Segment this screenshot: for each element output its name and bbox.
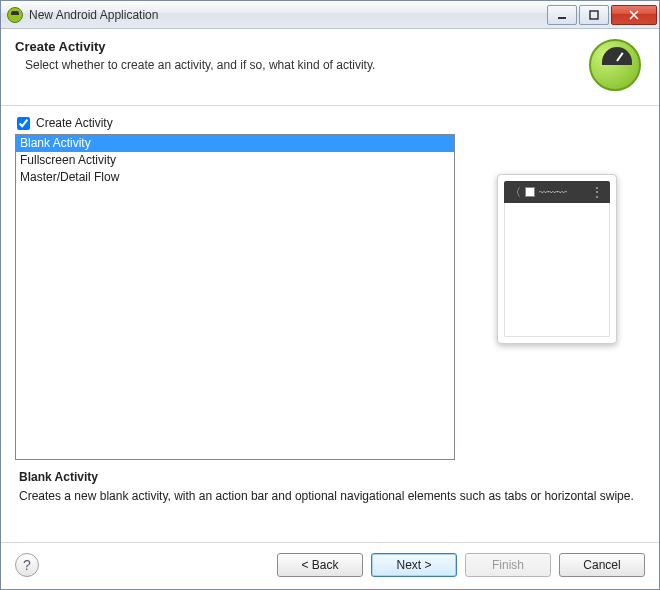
dialog-window: New Android Application Create Activity …: [0, 0, 660, 590]
button-bar: ? < Back Next > Finish Cancel: [1, 542, 659, 589]
preview-actionbar: 〈 〰〰〰 ⋮: [504, 181, 610, 203]
next-button[interactable]: Next >: [371, 553, 457, 577]
help-button[interactable]: ?: [15, 553, 39, 577]
app-icon: [7, 7, 23, 23]
back-icon: 〈: [510, 185, 521, 200]
cancel-button[interactable]: Cancel: [559, 553, 645, 577]
template-description: Blank Activity Creates a new blank activ…: [15, 460, 645, 508]
banner-description: Select whether to create an activity, an…: [15, 58, 581, 72]
list-item[interactable]: Master/Detail Flow: [16, 169, 454, 186]
banner-title: Create Activity: [15, 39, 581, 54]
create-activity-checkbox[interactable]: [17, 117, 30, 130]
window-title: New Android Application: [29, 8, 545, 22]
maximize-button[interactable]: [579, 5, 609, 25]
svg-rect-1: [590, 11, 598, 19]
list-item[interactable]: Fullscreen Activity: [16, 152, 454, 169]
back-button[interactable]: < Back: [277, 553, 363, 577]
svg-rect-0: [558, 17, 566, 19]
close-button[interactable]: [611, 5, 657, 25]
preview-column: 〈 〰〰〰 ⋮: [469, 134, 645, 460]
title-placeholder-icon: 〰〰〰: [539, 187, 587, 198]
create-activity-label: Create Activity: [36, 116, 113, 130]
create-activity-checkbox-row[interactable]: Create Activity: [15, 116, 645, 130]
template-preview: 〈 〰〰〰 ⋮: [497, 174, 617, 344]
titlebar[interactable]: New Android Application: [1, 1, 659, 29]
activity-template-list[interactable]: Blank Activity Fullscreen Activity Maste…: [15, 134, 455, 460]
finish-button[interactable]: Finish: [465, 553, 551, 577]
preview-body: [504, 203, 610, 337]
android-icon: [589, 39, 641, 91]
description-text: Creates a new blank activity, with an ac…: [19, 488, 641, 504]
description-title: Blank Activity: [19, 470, 641, 484]
minimize-button[interactable]: [547, 5, 577, 25]
list-item[interactable]: Blank Activity: [16, 135, 454, 152]
wizard-banner: Create Activity Select whether to create…: [1, 29, 659, 106]
app-square-icon: [525, 187, 535, 197]
overflow-icon: ⋮: [591, 185, 604, 199]
content-area: Create Activity Blank Activity Fullscree…: [1, 106, 659, 542]
